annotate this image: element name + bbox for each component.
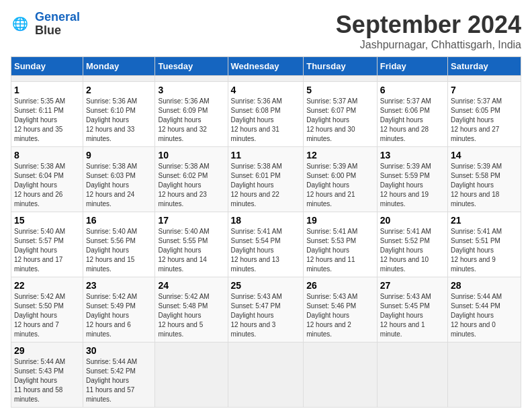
title-area: September 2024 Jashpurnagar, Chhattisgar… — [336, 11, 521, 51]
header-day-thursday: Thursday — [304, 57, 378, 76]
day-number: 12 — [306, 150, 374, 161]
calendar-header-row: SundayMondayTuesdayWednesdayThursdayFrid… — [11, 57, 521, 76]
day-info: Sunrise: 5:44 AMSunset: 5:44 PMDaylight … — [451, 292, 518, 339]
day-info: Sunrise: 5:39 AMSunset: 5:58 PMDaylight … — [451, 162, 518, 209]
calendar-cell: 14Sunrise: 5:39 AMSunset: 5:58 PMDayligh… — [448, 147, 521, 212]
day-number: 13 — [380, 150, 445, 161]
calendar-cell: 18Sunrise: 5:41 AMSunset: 5:54 PMDayligh… — [228, 212, 304, 277]
calendar-cell: 23Sunrise: 5:42 AMSunset: 5:49 PMDayligh… — [83, 277, 155, 342]
calendar-cell — [155, 76, 228, 82]
calendar-cell — [304, 342, 378, 408]
day-info: Sunrise: 5:40 AMSunset: 5:56 PMDaylight … — [86, 227, 152, 274]
day-number: 10 — [158, 150, 224, 161]
calendar-cell — [304, 76, 378, 82]
header-day-sunday: Sunday — [11, 57, 83, 76]
calendar-cell: 16Sunrise: 5:40 AMSunset: 5:56 PMDayligh… — [83, 212, 155, 277]
logo-blue: Blue — [35, 24, 61, 37]
day-number: 28 — [451, 280, 518, 291]
day-info: Sunrise: 5:42 AMSunset: 5:50 PMDaylight … — [14, 292, 80, 339]
day-info: Sunrise: 5:36 AMSunset: 6:10 PMDaylight … — [86, 97, 152, 144]
day-number: 22 — [14, 280, 80, 291]
calendar-week-row: 22Sunrise: 5:42 AMSunset: 5:50 PMDayligh… — [11, 277, 521, 342]
calendar-cell: 24Sunrise: 5:42 AMSunset: 5:48 PMDayligh… — [155, 277, 228, 342]
header-day-wednesday: Wednesday — [228, 57, 304, 76]
day-number: 21 — [451, 215, 518, 226]
calendar-cell: 12Sunrise: 5:39 AMSunset: 6:00 PMDayligh… — [304, 147, 378, 212]
month-title: September 2024 — [336, 11, 521, 39]
header-day-tuesday: Tuesday — [155, 57, 228, 76]
day-number: 7 — [451, 85, 518, 95]
calendar-cell — [448, 342, 521, 408]
day-info: Sunrise: 5:36 AMSunset: 6:09 PMDaylight … — [158, 97, 224, 144]
day-info: Sunrise: 5:39 AMSunset: 5:59 PMDaylight … — [380, 162, 445, 209]
calendar-cell: 11Sunrise: 5:38 AMSunset: 6:01 PMDayligh… — [228, 147, 304, 212]
logo-text: General Blue — [35, 11, 80, 38]
day-number: 25 — [231, 280, 301, 291]
day-number: 11 — [231, 150, 301, 161]
day-number: 17 — [158, 215, 224, 226]
calendar-cell: 25Sunrise: 5:43 AMSunset: 5:47 PMDayligh… — [228, 277, 304, 342]
calendar-cell: 7Sunrise: 5:37 AMSunset: 6:05 PMDaylight… — [448, 82, 521, 147]
day-number: 18 — [231, 215, 301, 226]
day-number: 5 — [306, 85, 374, 95]
calendar-cell: 29Sunrise: 5:44 AMSunset: 5:43 PMDayligh… — [11, 342, 83, 408]
day-number: 6 — [380, 85, 445, 95]
day-info: Sunrise: 5:35 AMSunset: 6:11 PMDaylight … — [14, 97, 80, 144]
calendar-week-row: 15Sunrise: 5:40 AMSunset: 5:57 PMDayligh… — [11, 212, 521, 277]
calendar-cell: 30Sunrise: 5:44 AMSunset: 5:42 PMDayligh… — [83, 342, 155, 408]
day-number: 16 — [86, 215, 152, 226]
day-number: 19 — [306, 215, 374, 226]
day-number: 2 — [86, 85, 152, 95]
header-day-saturday: Saturday — [448, 57, 521, 76]
location-title: Jashpurnagar, Chhattisgarh, India — [336, 39, 521, 51]
day-number: 24 — [158, 280, 224, 291]
header-day-friday: Friday — [377, 57, 447, 76]
day-number: 4 — [231, 85, 301, 95]
calendar-cell: 27Sunrise: 5:43 AMSunset: 5:45 PMDayligh… — [377, 277, 447, 342]
day-number: 23 — [86, 280, 152, 291]
header: 🌐 General Blue September 2024 Jashpurnag… — [11, 11, 521, 51]
calendar-week-row: 29Sunrise: 5:44 AMSunset: 5:43 PMDayligh… — [11, 342, 521, 408]
calendar-cell: 13Sunrise: 5:39 AMSunset: 5:59 PMDayligh… — [377, 147, 447, 212]
calendar-week-row: 1Sunrise: 5:35 AMSunset: 6:11 PMDaylight… — [11, 82, 521, 147]
calendar-cell: 17Sunrise: 5:40 AMSunset: 5:55 PMDayligh… — [155, 212, 228, 277]
calendar-table: SundayMondayTuesdayWednesdayThursdayFrid… — [11, 56, 521, 408]
calendar-cell: 2Sunrise: 5:36 AMSunset: 6:10 PMDaylight… — [83, 82, 155, 147]
day-number: 15 — [14, 215, 80, 226]
day-info: Sunrise: 5:42 AMSunset: 5:48 PMDaylight … — [158, 292, 224, 339]
calendar-cell: 19Sunrise: 5:41 AMSunset: 5:53 PMDayligh… — [304, 212, 378, 277]
day-info: Sunrise: 5:38 AMSunset: 6:02 PMDaylight … — [158, 162, 224, 209]
calendar-cell: 4Sunrise: 5:36 AMSunset: 6:08 PMDaylight… — [228, 82, 304, 147]
day-info: Sunrise: 5:39 AMSunset: 6:00 PMDaylight … — [306, 162, 374, 209]
calendar-cell — [448, 76, 521, 82]
day-info: Sunrise: 5:43 AMSunset: 5:45 PMDaylight … — [380, 292, 445, 339]
day-info: Sunrise: 5:37 AMSunset: 6:07 PMDaylight … — [306, 97, 374, 144]
day-info: Sunrise: 5:44 AMSunset: 5:43 PMDaylight … — [14, 357, 80, 404]
day-info: Sunrise: 5:42 AMSunset: 5:49 PMDaylight … — [86, 292, 152, 339]
calendar-cell: 6Sunrise: 5:37 AMSunset: 6:06 PMDaylight… — [377, 82, 447, 147]
calendar-cell — [11, 76, 83, 82]
day-info: Sunrise: 5:44 AMSunset: 5:42 PMDaylight … — [86, 357, 152, 404]
day-info: Sunrise: 5:36 AMSunset: 6:08 PMDaylight … — [231, 97, 301, 144]
day-number: 29 — [14, 345, 80, 356]
day-number: 26 — [306, 280, 374, 291]
day-number: 27 — [380, 280, 445, 291]
calendar-cell: 10Sunrise: 5:38 AMSunset: 6:02 PMDayligh… — [155, 147, 228, 212]
calendar-week-row: 8Sunrise: 5:38 AMSunset: 6:04 PMDaylight… — [11, 147, 521, 212]
logo-general: General — [35, 10, 80, 24]
svg-text:🌐: 🌐 — [12, 16, 28, 32]
day-info: Sunrise: 5:37 AMSunset: 6:05 PMDaylight … — [451, 97, 518, 144]
day-number: 20 — [380, 215, 445, 226]
calendar-cell — [228, 76, 304, 82]
day-number: 3 — [158, 85, 224, 95]
calendar-cell: 22Sunrise: 5:42 AMSunset: 5:50 PMDayligh… — [11, 277, 83, 342]
day-info: Sunrise: 5:37 AMSunset: 6:06 PMDaylight … — [380, 97, 445, 144]
day-info: Sunrise: 5:41 AMSunset: 5:51 PMDaylight … — [451, 227, 518, 274]
calendar-cell — [155, 342, 228, 408]
calendar-cell: 20Sunrise: 5:41 AMSunset: 5:52 PMDayligh… — [377, 212, 447, 277]
day-info: Sunrise: 5:43 AMSunset: 5:46 PMDaylight … — [306, 292, 374, 339]
day-info: Sunrise: 5:40 AMSunset: 5:57 PMDaylight … — [14, 227, 80, 274]
calendar-cell: 5Sunrise: 5:37 AMSunset: 6:07 PMDaylight… — [304, 82, 378, 147]
calendar-cell: 8Sunrise: 5:38 AMSunset: 6:04 PMDaylight… — [11, 147, 83, 212]
day-number: 9 — [86, 150, 152, 161]
